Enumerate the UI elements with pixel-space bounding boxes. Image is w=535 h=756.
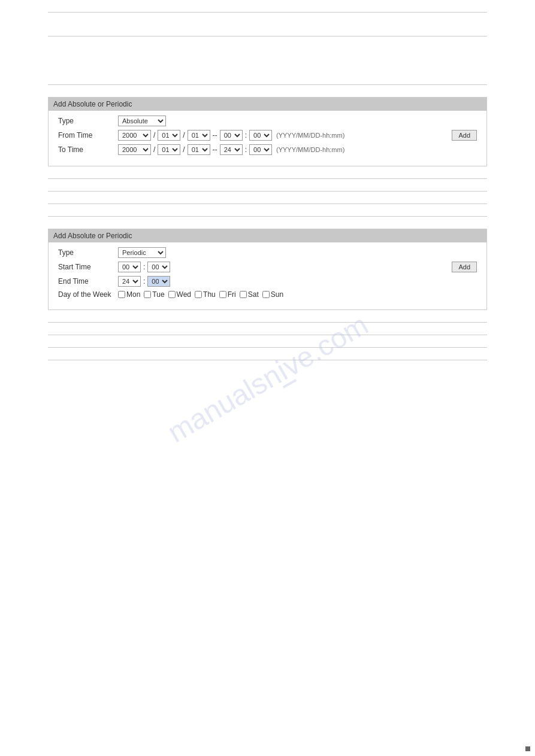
- sep5: /: [153, 145, 155, 154]
- gap-area-6: [0, 204, 535, 216]
- panel1-from-controls: 2000200120022003 / 01020304 05060708 091…: [118, 130, 477, 141]
- panel1-from-min[interactable]: 00010203 0405: [249, 130, 272, 141]
- panel2-start-label: Start Time: [58, 263, 118, 271]
- panel2-start-min[interactable]: 00010203 04050607 080910: [147, 262, 170, 272]
- checkbox-thu-item: Thu: [195, 290, 216, 299]
- label-fri: Fri: [228, 290, 236, 299]
- sep10: :: [143, 277, 145, 286]
- panel1-to-controls: 2000200120022003 / 01020304 05060708 091…: [118, 144, 477, 155]
- sep8: :: [245, 145, 247, 154]
- panel2-body: Type Absolute Periodic Start Time 000102…: [49, 242, 486, 309]
- checkbox-tue-item: Tue: [144, 290, 164, 299]
- panel2-end-hour[interactable]: 00010203 04050607 08091011 12131415 1617…: [118, 276, 141, 287]
- panel1-type-row: Type Absolute Periodic: [58, 116, 477, 126]
- bottom-gap: [0, 360, 535, 540]
- panel1-header: Add Absolute or Periodic: [49, 98, 486, 111]
- checkbox-fri-item: Fri: [219, 290, 236, 299]
- panel1-add-button[interactable]: Add: [452, 130, 477, 141]
- gap-area-8: [0, 310, 535, 322]
- panel1-type-controls: Absolute Periodic: [118, 116, 477, 126]
- panel-absolute-periodic-1: Add Absolute or Periodic Type Absolute P…: [48, 97, 487, 166]
- panel1-from-month[interactable]: 01020304 05060708 09101112: [158, 130, 180, 141]
- bottom-square-indicator: [525, 746, 530, 751]
- gap-area-10: [0, 335, 535, 347]
- panel1-to-label: To Time: [58, 145, 118, 154]
- sep3: --: [213, 131, 217, 139]
- panel2-dow-row: Day of the Week Mon Tue Wed: [58, 290, 477, 299]
- label-sun: Sun: [271, 290, 283, 299]
- panel1-to-year[interactable]: 2000200120022003: [118, 144, 151, 155]
- panel2-end-row: End Time 00010203 04050607 08091011 1213…: [58, 276, 477, 287]
- panel1-to-hint: (YYYY/MM/DD-hh:mm): [276, 146, 344, 153]
- panel2-add-button[interactable]: Add: [452, 262, 477, 272]
- day-of-week-group: Mon Tue Wed Thu: [118, 290, 283, 299]
- panel2-dow-label: Day of the Week: [58, 290, 118, 299]
- panel1-from-year[interactable]: 2000200120022003: [118, 130, 151, 141]
- checkbox-fri[interactable]: [219, 291, 226, 298]
- gap-area-3: [0, 166, 535, 178]
- checkbox-wed-item: Wed: [168, 290, 191, 299]
- checkbox-tue[interactable]: [144, 291, 151, 298]
- checkbox-mon[interactable]: [118, 291, 125, 298]
- panel2-type-controls: Absolute Periodic: [118, 247, 477, 258]
- panel1-from-hint: (YYYY/MM/DD-hh:mm): [276, 132, 344, 139]
- gap-area-2: [0, 85, 535, 97]
- panel2-start-hour[interactable]: 00010203 04050607 08091011 12131415 1617…: [118, 262, 141, 272]
- sep6: /: [183, 145, 185, 154]
- panel1-body: Type Absolute Periodic From Time 2000200…: [49, 111, 486, 166]
- panel1-from-row: From Time 2000200120022003 / 01020304 05…: [58, 130, 477, 141]
- panel2-type-row: Type Absolute Periodic: [58, 247, 477, 258]
- sep4: :: [245, 131, 247, 139]
- panel2-end-min[interactable]: 00010203 04050607 080910: [147, 276, 170, 287]
- panel1-to-min[interactable]: 00010203 0405: [249, 144, 272, 155]
- panel1-from-hour[interactable]: 00010203 04050607: [220, 130, 243, 141]
- checkbox-sun[interactable]: [262, 291, 270, 298]
- panel1-type-select[interactable]: Absolute Periodic: [118, 116, 166, 126]
- label-thu: Thu: [203, 290, 216, 299]
- gap-area-4: [0, 179, 535, 191]
- checkbox-sat-item: Sat: [240, 290, 259, 299]
- label-wed: Wed: [177, 290, 191, 299]
- panel1-type-label: Type: [58, 117, 118, 125]
- gap-area-1: [0, 37, 535, 84]
- panel1-from-label: From Time: [58, 131, 118, 139]
- label-tue: Tue: [152, 290, 164, 299]
- page-container: Add Absolute or Periodic Type Absolute P…: [0, 0, 535, 540]
- panel1-to-hour[interactable]: 00010203 04050607 08091011 12131415 1617…: [220, 144, 243, 155]
- checkbox-thu[interactable]: [195, 291, 202, 298]
- panel1-to-day[interactable]: 01020304 05060708 09101112: [188, 144, 210, 155]
- panel2-type-label: Type: [58, 248, 118, 257]
- panel2-start-controls: 00010203 04050607 08091011 12131415 1617…: [118, 262, 477, 272]
- checkbox-mon-item: Mon: [118, 290, 140, 299]
- sep9: :: [143, 263, 145, 271]
- gap-area-5: [0, 192, 535, 204]
- top-section: [0, 0, 535, 36]
- sep2: /: [183, 131, 185, 139]
- panel2-end-controls: 00010203 04050607 08091011 12131415 1617…: [118, 276, 477, 287]
- label-sat: Sat: [248, 290, 259, 299]
- panel2-dow-controls: Mon Tue Wed Thu: [118, 290, 477, 299]
- panel1-to-row: To Time 2000200120022003 / 01020304 0506…: [58, 144, 477, 155]
- panel1-to-month[interactable]: 01020304 05060708 09101112: [158, 144, 180, 155]
- panel2-start-row: Start Time 00010203 04050607 08091011 12…: [58, 262, 477, 272]
- panel1-from-day[interactable]: 01020304 05060708 09101112: [188, 130, 210, 141]
- checkbox-sat[interactable]: [240, 291, 247, 298]
- gap-area-11: [0, 348, 535, 360]
- top-divider-1: [48, 12, 487, 13]
- label-mon: Mon: [126, 290, 140, 299]
- sep1: /: [153, 131, 155, 139]
- panel2-end-label: End Time: [58, 277, 118, 286]
- sep7: --: [213, 145, 217, 154]
- gap-area-9: [0, 323, 535, 335]
- panel-absolute-periodic-2: Add Absolute or Periodic Type Absolute P…: [48, 229, 487, 310]
- panel2-header: Add Absolute or Periodic: [49, 229, 486, 242]
- checkbox-wed[interactable]: [168, 291, 176, 298]
- gap-area-7: [0, 217, 535, 229]
- panel2-type-select[interactable]: Absolute Periodic: [118, 247, 166, 258]
- checkbox-sun-item: Sun: [262, 290, 283, 299]
